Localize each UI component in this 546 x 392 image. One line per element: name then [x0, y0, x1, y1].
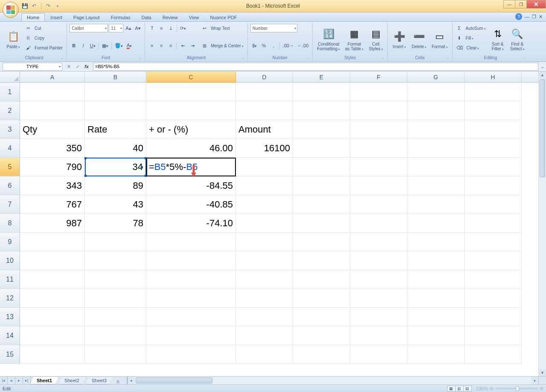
- cell-A7[interactable]: 767: [20, 195, 85, 214]
- select-all-corner[interactable]: [0, 72, 20, 83]
- page-layout-view-button[interactable]: ▥: [455, 386, 464, 392]
- sheet-tab-1[interactable]: Sheet1: [30, 377, 58, 384]
- font-size-combo[interactable]: 11: [109, 24, 123, 32]
- format-painter-button[interactable]: 🖌: [24, 43, 32, 52]
- fx-icon[interactable]: fx: [83, 63, 90, 70]
- cell-G8[interactable]: [407, 214, 465, 233]
- cell-H4[interactable]: [465, 139, 522, 158]
- column-header-F[interactable]: F: [350, 72, 407, 83]
- cell-D10[interactable]: [236, 251, 293, 270]
- decrease-indent-button[interactable]: ⇤: [179, 41, 187, 50]
- horizontal-scrollbar[interactable]: ◂ ▸: [127, 377, 538, 384]
- align-left-button[interactable]: ≡: [148, 41, 156, 50]
- cell-F2[interactable]: [350, 101, 407, 120]
- column-header-C[interactable]: C: [146, 72, 236, 83]
- first-sheet-button[interactable]: |◂: [0, 377, 8, 384]
- tab-data[interactable]: Data: [136, 13, 157, 21]
- cancel-formula-button[interactable]: ✕: [65, 63, 73, 70]
- cell-H1[interactable]: [465, 83, 522, 101]
- cell-C12[interactable]: [146, 289, 236, 308]
- row-header-9[interactable]: 9: [0, 233, 20, 251]
- tab-formulas[interactable]: Formulas: [105, 13, 136, 21]
- conditional-formatting-button[interactable]: 🔢Conditional Formatting: [315, 23, 342, 55]
- find-select-button[interactable]: 🔍Find & Select: [508, 23, 526, 55]
- row-header-8[interactable]: 8: [0, 214, 20, 233]
- underline-button[interactable]: U▾: [88, 41, 97, 50]
- cell-G14[interactable]: [407, 326, 465, 345]
- tab-view[interactable]: View: [183, 13, 205, 21]
- cell-E8[interactable]: [293, 214, 350, 233]
- column-header-G[interactable]: G: [407, 72, 465, 83]
- cell-C10[interactable]: [146, 251, 236, 270]
- decrease-font-button[interactable]: A▾: [134, 24, 142, 32]
- tab-nuance-pdf[interactable]: Nuance PDF: [204, 13, 242, 21]
- row-header-11[interactable]: 11: [0, 270, 20, 289]
- cell-C3[interactable]: + or - (%): [146, 120, 236, 139]
- cell-A5[interactable]: 790: [20, 158, 85, 176]
- close-button[interactable]: ✕: [526, 0, 546, 9]
- fill-color-button[interactable]: 🪣▾: [113, 41, 124, 50]
- row-header-12[interactable]: 12: [0, 289, 20, 308]
- scroll-right-button[interactable]: ▸: [531, 377, 538, 384]
- bold-button[interactable]: B: [70, 41, 78, 50]
- cell-D5[interactable]: [236, 158, 293, 176]
- cell-B14[interactable]: [85, 326, 146, 345]
- align-top-button[interactable]: ⤒: [148, 24, 156, 32]
- border-button[interactable]: ▦▾: [101, 41, 110, 50]
- cell-A9[interactable]: [20, 233, 85, 251]
- increase-indent-button[interactable]: ⇥: [188, 41, 197, 50]
- cell-G15[interactable]: [407, 345, 465, 364]
- cell-G2[interactable]: [407, 101, 465, 120]
- merge-center-button[interactable]: ⊞: [200, 41, 209, 50]
- cell-C11[interactable]: [146, 270, 236, 289]
- cell-E5[interactable]: [293, 158, 350, 176]
- cell-F5[interactable]: [350, 158, 407, 176]
- help-icon[interactable]: ?: [515, 13, 522, 20]
- cell-B13[interactable]: [85, 308, 146, 326]
- row-header-7[interactable]: 7: [0, 195, 20, 214]
- cell-F11[interactable]: [350, 270, 407, 289]
- cell-H13[interactable]: [465, 308, 522, 326]
- tab-home[interactable]: Home: [21, 13, 45, 21]
- cell-E4[interactable]: [293, 139, 350, 158]
- cell-F10[interactable]: [350, 251, 407, 270]
- cell-H11[interactable]: [465, 270, 522, 289]
- cell-D2[interactable]: [236, 101, 293, 120]
- cell-A13[interactable]: [20, 308, 85, 326]
- cell-H9[interactable]: [465, 233, 522, 251]
- cell-F1[interactable]: [350, 83, 407, 101]
- number-format-combo[interactable]: Number: [250, 24, 297, 32]
- cell-D12[interactable]: [236, 289, 293, 308]
- row-header-5[interactable]: 5: [0, 158, 20, 176]
- sheet-tab-2[interactable]: Sheet2: [58, 377, 86, 384]
- cell-B7[interactable]: 43: [85, 195, 146, 214]
- row-header-6[interactable]: 6: [0, 176, 20, 195]
- cell-H15[interactable]: [465, 345, 522, 364]
- column-header-D[interactable]: D: [236, 72, 293, 83]
- format-as-table-button[interactable]: ▦Format as Table: [343, 23, 365, 55]
- cell-G3[interactable]: [407, 120, 465, 139]
- cell-B6[interactable]: 89: [85, 176, 146, 195]
- font-color-button[interactable]: A▾: [125, 41, 134, 50]
- cell-E6[interactable]: [293, 176, 350, 195]
- cell-G9[interactable]: [407, 233, 465, 251]
- cell-A2[interactable]: [20, 101, 85, 120]
- cell-D9[interactable]: [236, 233, 293, 251]
- cell-G4[interactable]: [407, 139, 465, 158]
- cell-D8[interactable]: [236, 214, 293, 233]
- cell-F8[interactable]: [350, 214, 407, 233]
- row-header-4[interactable]: 4: [0, 139, 20, 158]
- cell-F14[interactable]: [350, 326, 407, 345]
- cell-A6[interactable]: 343: [20, 176, 85, 195]
- cell-E1[interactable]: [293, 83, 350, 101]
- delete-cells-button[interactable]: ➖Delete: [410, 23, 428, 55]
- column-header-H[interactable]: H: [465, 72, 522, 83]
- cell-B15[interactable]: [85, 345, 146, 364]
- cell-B2[interactable]: [85, 101, 146, 120]
- increase-decimal-button[interactable]: .00→: [282, 41, 295, 50]
- cell-G6[interactable]: [407, 176, 465, 195]
- cell-G5[interactable]: [407, 158, 465, 176]
- hscroll-thumb[interactable]: [136, 378, 212, 383]
- cell-F7[interactable]: [350, 195, 407, 214]
- cell-G10[interactable]: [407, 251, 465, 270]
